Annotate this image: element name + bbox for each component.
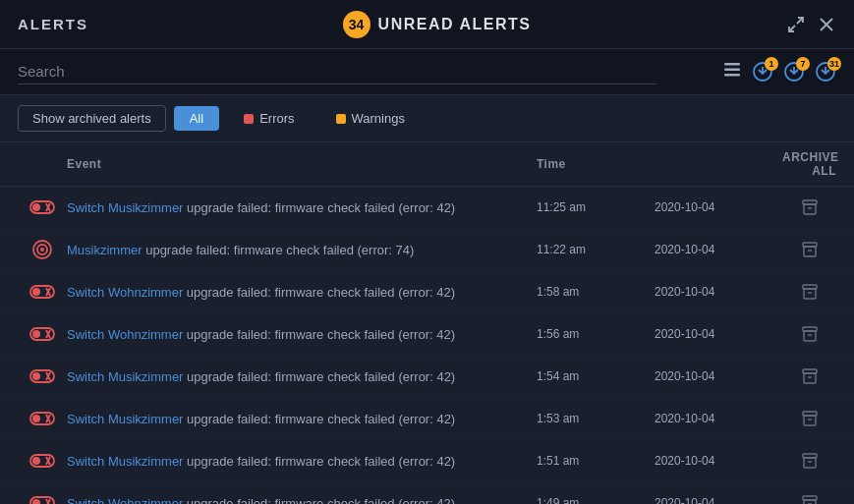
- alert-date: 2020-10-04: [655, 327, 782, 341]
- search-bar: 1 7 31: [0, 49, 854, 95]
- filter-errors-label: Errors: [259, 111, 294, 126]
- archive-row-button[interactable]: [782, 198, 836, 216]
- close-button[interactable]: [817, 15, 836, 34]
- svg-point-22: [40, 248, 44, 252]
- unread-label: UNREAD ALERTS: [378, 16, 532, 33]
- alert-device-link[interactable]: Musikzimmer: [67, 243, 142, 257]
- alert-type-icon: [18, 323, 67, 345]
- alert-message: upgrade failed: firmware check failed (e…: [183, 200, 455, 215]
- archive-all-button[interactable]: ARCHIVE ALL: [782, 150, 836, 178]
- alert-event: Musikzimmer upgrade failed: firmware che…: [67, 243, 537, 257]
- alert-message: upgrade failed: firmware check failed (e…: [183, 369, 455, 384]
- table-row: Switch Musikzimmer upgrade failed: firmw…: [0, 440, 854, 482]
- alert-type-icon: [18, 408, 67, 429]
- list-view-icon[interactable]: [722, 61, 742, 84]
- filter-badge-3: 31: [827, 57, 841, 71]
- svg-point-55: [32, 457, 40, 465]
- alert-type-icon: [18, 281, 67, 303]
- alert-message: upgrade failed: firmware check failed (e…: [183, 496, 455, 505]
- alert-message: upgrade failed: firmware check failed (e…: [183, 285, 455, 300]
- filter-warnings-label: Warnings: [352, 111, 405, 126]
- table-row: Switch Musikzimmer upgrade failed: firmw…: [0, 398, 854, 440]
- alert-event: Switch Musikzimmer upgrade failed: firmw…: [67, 369, 537, 384]
- alert-date: 2020-10-04: [655, 243, 782, 256]
- alert-device-link[interactable]: Switch Wohnzimmer: [67, 285, 183, 300]
- alert-type-icon: [18, 450, 67, 472]
- svg-point-48: [32, 415, 40, 422]
- svg-rect-31: [804, 289, 816, 299]
- archive-row-button[interactable]: [782, 325, 836, 343]
- alert-time: 1:58 am: [537, 285, 655, 299]
- svg-rect-59: [804, 458, 816, 468]
- toolbar-icons: 1 7 31: [722, 61, 836, 84]
- filter-bar: Show archived alerts All Errors Warnings: [0, 95, 854, 142]
- alert-date: 2020-10-04: [655, 412, 782, 425]
- alert-date: 2020-10-04: [655, 285, 782, 299]
- svg-point-41: [32, 372, 40, 380]
- archive-row-button[interactable]: [782, 367, 836, 385]
- alert-device-link[interactable]: Switch Wohnzimmer: [67, 327, 183, 342]
- alert-time: 11:25 am: [537, 200, 655, 214]
- filter-warnings-button[interactable]: Warnings: [319, 105, 422, 132]
- alert-type-icon: [18, 239, 67, 260]
- archive-row-button[interactable]: [782, 283, 836, 301]
- alert-message: upgrade failed: firmware check failed (e…: [142, 243, 415, 257]
- svg-rect-45: [804, 373, 816, 383]
- alerts-header: ALERTS 34 UNREAD ALERTS: [0, 0, 854, 49]
- archive-row-button[interactable]: [782, 452, 836, 470]
- show-archived-button[interactable]: Show archived alerts: [18, 105, 166, 132]
- svg-rect-24: [804, 247, 816, 256]
- alert-event: Switch Wohnzimmer upgrade failed: firmwa…: [67, 285, 537, 300]
- col-time-header: Time: [537, 157, 655, 171]
- svg-point-27: [32, 288, 40, 296]
- alert-message: upgrade failed: firmware check failed (e…: [183, 454, 455, 469]
- alert-message: upgrade failed: firmware check failed (e…: [183, 327, 455, 342]
- table-header: Event Time ARCHIVE ALL: [0, 142, 854, 187]
- alert-device-link[interactable]: Switch Musikzimmer: [67, 369, 183, 384]
- alert-event: Switch Wohnzimmer upgrade failed: firmwa…: [67, 327, 537, 342]
- alert-event: Switch Musikzimmer upgrade failed: firmw…: [67, 200, 537, 215]
- svg-point-62: [32, 499, 40, 504]
- alert-time: 1:56 am: [537, 327, 655, 341]
- svg-point-14: [32, 203, 40, 211]
- alert-type-icon: [18, 492, 67, 504]
- alert-time: 1:53 am: [537, 412, 655, 425]
- archive-row-button[interactable]: [782, 494, 836, 504]
- alert-date: 2020-10-04: [655, 454, 782, 468]
- alert-time: 1:54 am: [537, 369, 655, 383]
- alerts-list: Switch Musikzimmer upgrade failed: firmw…: [0, 187, 854, 504]
- alert-device-link[interactable]: Switch Musikzimmer: [67, 200, 183, 215]
- alert-time: 1:51 am: [537, 454, 655, 468]
- alert-device-link[interactable]: Switch Wohnzimmer: [67, 496, 183, 505]
- alert-message: upgrade failed: firmware check failed (e…: [183, 412, 455, 426]
- filter-icon-2[interactable]: 7: [783, 61, 805, 83]
- expand-button[interactable]: [785, 14, 807, 35]
- filter-errors-button[interactable]: Errors: [227, 105, 311, 132]
- filter-icon-1[interactable]: 1: [752, 61, 773, 83]
- alert-type-icon: [18, 196, 67, 218]
- filter-all-button[interactable]: All: [174, 106, 219, 131]
- svg-rect-52: [804, 416, 816, 425]
- alert-device-link[interactable]: Switch Musikzimmer: [67, 454, 183, 469]
- alert-device-link[interactable]: Switch Musikzimmer: [67, 412, 183, 426]
- table-row: Switch Wohnzimmer upgrade failed: firmwa…: [0, 482, 854, 504]
- svg-rect-5: [724, 68, 740, 71]
- archive-row-button[interactable]: [782, 410, 836, 427]
- table-row: Switch Musikzimmer upgrade failed: firmw…: [0, 187, 854, 229]
- alert-date: 2020-10-04: [655, 200, 782, 214]
- alert-type-icon: [18, 365, 67, 387]
- filter-icon-3[interactable]: 31: [815, 61, 836, 83]
- filter-badge-2: 7: [796, 57, 810, 71]
- alert-date: 2020-10-04: [655, 369, 782, 383]
- archive-row-button[interactable]: [782, 241, 836, 258]
- warnings-dot: [336, 114, 346, 124]
- svg-rect-18: [804, 204, 816, 214]
- svg-rect-6: [724, 74, 740, 77]
- alert-event: Switch Musikzimmer upgrade failed: firmw…: [67, 454, 537, 469]
- search-input[interactable]: [18, 59, 656, 84]
- alert-event: Switch Musikzimmer upgrade failed: firmw…: [67, 412, 537, 426]
- alert-date: 2020-10-04: [655, 496, 782, 504]
- alert-time: 11:22 am: [537, 243, 655, 256]
- svg-point-34: [32, 330, 40, 338]
- alert-event: Switch Wohnzimmer upgrade failed: firmwa…: [67, 496, 537, 505]
